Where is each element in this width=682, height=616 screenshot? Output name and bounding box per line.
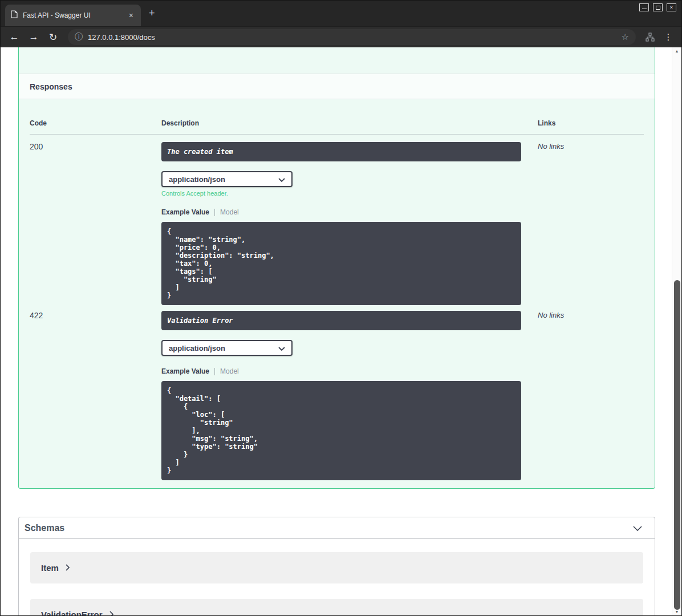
browser-toolbar: ← → ↻ ⓘ 127.0.0.1:8000/docs ☆ ⋮ [1, 26, 681, 47]
response-description-cell: Validation Error application/json Exampl… [161, 311, 538, 480]
model-validation-error[interactable]: ValidationError [30, 599, 643, 615]
example-code-block: { "name": "string", "price": 0, "descrip… [161, 222, 521, 305]
accept-header-hint: Controls Accept header. [161, 190, 538, 197]
responses-section-header: Responses [19, 74, 655, 99]
response-description: Validation Error [161, 311, 521, 330]
chevron-right-icon [66, 563, 70, 573]
responses-heading: Responses [30, 82, 72, 91]
response-links: No links [538, 142, 644, 305]
close-button[interactable]: × [667, 3, 676, 11]
scroll-up-button[interactable]: ▲ [672, 49, 681, 53]
back-button[interactable]: ← [6, 29, 22, 45]
example-code-block: { "detail": [ { "loc": [ "string" ], "ms… [161, 381, 521, 480]
column-header-links: Links [538, 119, 644, 127]
chevron-down-icon [278, 175, 285, 184]
model-name: ValidationError [41, 610, 103, 615]
chevron-down-icon[interactable] [633, 523, 642, 533]
browser-menu-button[interactable]: ⋮ [661, 30, 676, 44]
response-description: The created item [161, 142, 521, 161]
responses-table-header: Code Description Links [30, 112, 644, 135]
schemas-section: Schemas Item ValidationError [18, 517, 655, 615]
responses-table: Code Description Links 200 The created i… [19, 99, 655, 480]
column-header-code: Code [30, 119, 161, 127]
response-code: 200 [30, 142, 161, 305]
page-favicon-icon [11, 10, 18, 21]
browser-window: Fast API - Swagger UI × + × ← → ↻ ⓘ 127.… [0, 0, 682, 616]
chevron-down-icon [278, 344, 285, 352]
scrollbar-thumb[interactable] [674, 280, 680, 610]
example-model-tabs: Example Value Model [161, 208, 538, 216]
example-value-tab[interactable]: Example Value [161, 367, 209, 375]
url-bar[interactable]: ⓘ 127.0.0.1:8000/docs ☆ [68, 29, 636, 45]
response-description-cell: The created item application/json Contro… [161, 142, 538, 305]
model-tab[interactable]: Model [220, 367, 239, 375]
media-type-value: application/json [169, 175, 225, 184]
schemas-header[interactable]: Schemas [19, 517, 655, 539]
swagger-page: Responses Code Description Links 200 The… [1, 47, 672, 615]
operation-block: Responses Code Description Links 200 The… [18, 47, 655, 489]
titlebar: Fast API - Swagger UI × + × [1, 1, 681, 26]
model-item[interactable]: Item [30, 552, 643, 583]
example-model-tabs: Example Value Model [161, 367, 538, 375]
scrollbar[interactable]: ▲ ▼ [672, 47, 681, 615]
tab-close-button[interactable]: × [127, 11, 135, 20]
new-tab-button[interactable]: + [149, 8, 155, 18]
minimize-icon [642, 9, 647, 9]
minimize-button[interactable] [639, 3, 649, 11]
sitemap-extension-icon[interactable] [643, 30, 657, 44]
media-type-select[interactable]: application/json [161, 171, 293, 187]
tab-divider [214, 209, 215, 216]
bookmark-star-icon[interactable]: ☆ [622, 32, 629, 42]
media-type-value: application/json [169, 344, 225, 352]
model-tab[interactable]: Model [220, 208, 239, 216]
reload-button[interactable]: ↻ [45, 29, 61, 45]
example-value-tab[interactable]: Example Value [161, 208, 209, 216]
maximize-icon [656, 6, 660, 10]
forward-button[interactable]: → [26, 29, 42, 45]
maximize-button[interactable] [653, 3, 663, 11]
column-header-description: Description [161, 119, 538, 127]
tab-title: Fast API - Swagger UI [23, 11, 122, 19]
response-row-422: 422 Validation Error application/json Ex… [30, 305, 644, 480]
scroll-down-button[interactable]: ▼ [672, 610, 681, 614]
tab-divider [214, 368, 215, 375]
url-text: 127.0.0.1:8000/docs [88, 33, 616, 42]
browser-tab[interactable]: Fast API - Swagger UI × [5, 5, 141, 26]
page-content: Responses Code Description Links 200 The… [1, 47, 681, 615]
window-controls: × [639, 3, 676, 11]
media-type-select[interactable]: application/json [161, 340, 293, 356]
site-info-icon[interactable]: ⓘ [75, 32, 83, 42]
schemas-title: Schemas [25, 523, 64, 533]
response-links: No links [538, 311, 644, 480]
response-row-200: 200 The created item application/json Co… [30, 135, 644, 305]
chevron-right-icon [109, 610, 114, 616]
model-name: Item [41, 563, 59, 573]
response-code: 422 [30, 311, 161, 480]
